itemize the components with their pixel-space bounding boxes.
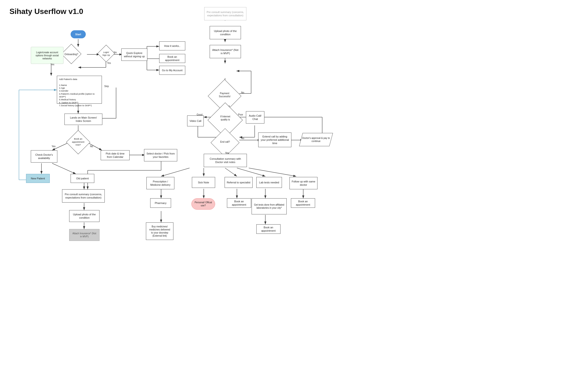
svg-line-54 [225, 168, 237, 176]
internet-quality-diamond: If Internetquality is [210, 108, 240, 129]
follow-same-doctor-node: Follow up with same doctor [290, 177, 317, 189]
prescription-node: Prescription / Medicine delivery [147, 177, 174, 189]
sick-note-node: Sick Note [192, 177, 215, 188]
video-call-node: Video Call [187, 115, 204, 126]
no-endcall-label: No [241, 137, 244, 140]
add-patient-data-node: Add Patient's data 1.Name 2.Age 3.Gender… [57, 76, 102, 104]
pre-consult-upper-node: Pre consult summary (concerns, expectati… [204, 7, 246, 20]
upload-photo-upper-node: Upload photo of the condition [210, 26, 241, 39]
no-login-label: No [114, 51, 117, 54]
check-availability-node: Check Doctor's availability [31, 150, 57, 162]
buy-medicines-node: Buy medicines/ medicines delivered to yo… [146, 223, 173, 240]
svg-line-55 [237, 168, 265, 176]
go-to-account-node: Go to My Account [159, 66, 185, 75]
consultation-summary-node: Consultation summary with Doctor visit n… [204, 154, 247, 167]
yes-onboarding-label: Yes [50, 63, 54, 66]
poor-label: Poor [238, 113, 243, 116]
pick-date-time-node: Pick date & time from Calendar [101, 150, 130, 160]
start-node: Start [71, 30, 86, 38]
quick-explore-node: Quick Explore without signing up [121, 49, 147, 61]
doctor-approval-node: Doctor's approval & pay to continue [299, 133, 333, 146]
book-appt-lab-node: Book an appointment [256, 224, 281, 234]
book-appt-follow-node: Book an appointment [291, 198, 315, 208]
book-appt-referral-node: Book an appointment [227, 198, 251, 208]
yes-login-label: Yes [107, 62, 111, 65]
audio-call-node: Audio Call/ Chat [246, 111, 264, 124]
payment-diamond: PaymentSuccessful [210, 84, 239, 105]
pre-consult-lower-node: Pre consult summary (concerns, expectati… [62, 189, 105, 202]
select-doctor-node: Select doctor / Pick from your favorites [144, 149, 177, 161]
svg-line-52 [161, 168, 189, 176]
upload-photo-lower-node: Upload photo of the condition [69, 210, 100, 222]
no-booknow-label: No [90, 145, 93, 148]
login-signup-diamond: Login/Sign Up [100, 47, 113, 61]
skip-label: Skip [104, 85, 109, 88]
old-patient-node: Old patient [71, 174, 94, 183]
extend-call-node: Extend call by adding your preferred add… [258, 132, 292, 147]
personal-official-node: Personal/ Offical use? [191, 198, 215, 210]
no-payment-label: No [241, 91, 244, 94]
attach-insurance-lower-node: Attach Insurance* (Not in MVP) [69, 229, 100, 241]
pharmacy-node: Pharmacy [150, 198, 171, 208]
main-screen-node: Lands on Main Screen/ Index Screen [65, 114, 102, 125]
book-appt-explore-node: Book an appointment [159, 54, 185, 63]
book-now-diamond: Book anappointmentnow? [69, 134, 88, 150]
login-create-node: Login/create account options through soc… [31, 47, 64, 64]
end-call-diamond: End call? [213, 132, 237, 151]
new-patient-node: New Patient [26, 174, 50, 183]
onboarding-diamond: Onboarding? [62, 47, 80, 62]
referral-node: Referral to specialist [224, 177, 253, 188]
svg-line-56 [249, 168, 296, 176]
attach-insurance-upper-node: Attach Insurance* (Not in MVP) [210, 45, 241, 58]
get-tests-node: Get tests done from affiliated laborator… [252, 198, 287, 214]
how-it-works-node: How it works.. [159, 41, 185, 50]
lab-tests-node: Lab tests needed [256, 177, 282, 188]
svg-line-23 [52, 163, 76, 174]
yes-booknow-label: Yes [52, 145, 55, 148]
page-title: Sihaty Userflow v1.0 [9, 7, 83, 16]
